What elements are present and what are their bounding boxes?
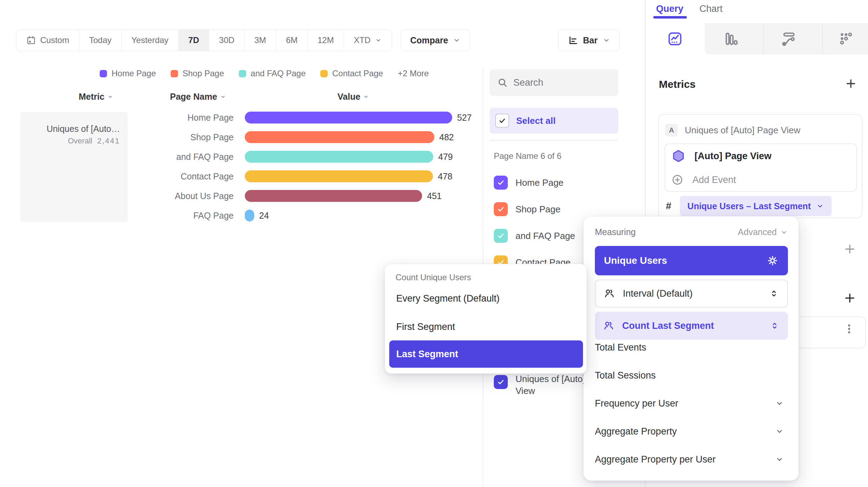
bar[interactable] xyxy=(245,151,433,163)
filter-item-home-page[interactable]: Home Page xyxy=(490,169,618,196)
checkbox-checked[interactable] xyxy=(494,176,508,190)
chart-type-tabs xyxy=(646,23,868,55)
bar[interactable] xyxy=(245,210,254,221)
date-range-yesterday[interactable]: Yesterday xyxy=(121,30,178,51)
measuring-option-frequency-per-user[interactable]: Frequency per User xyxy=(584,389,799,417)
bar[interactable] xyxy=(245,190,422,202)
segment-option-first-segment[interactable]: First Segment xyxy=(389,316,583,338)
checkbox-checked[interactable] xyxy=(494,229,508,243)
bar[interactable] xyxy=(245,170,433,182)
add-filter-button[interactable] xyxy=(844,243,856,256)
chevron-down-icon xyxy=(780,228,788,236)
measuring-option-aggregate-property[interactable]: Aggregate Property xyxy=(584,417,799,445)
measuring-header: Measuring Advanced xyxy=(595,227,788,237)
chart-type-tab-retention[interactable] xyxy=(825,23,867,55)
measuring-option-unique-users[interactable]: Unique Users xyxy=(595,246,788,275)
date-range-today[interactable]: Today xyxy=(79,30,121,51)
column-header-metric[interactable]: Metric xyxy=(79,92,113,102)
chevron-down-icon xyxy=(375,37,382,44)
checkbox-checked[interactable] xyxy=(494,375,508,389)
search-input[interactable] xyxy=(513,77,601,88)
interval-default-selector[interactable]: Interval (Default) xyxy=(595,280,788,308)
column-header-page-name[interactable]: Page Name xyxy=(170,92,226,102)
chart-row-shop-page: Shop Page482 xyxy=(0,127,483,147)
legend-item-shop-page[interactable]: Shop Page xyxy=(171,69,224,78)
category-label: About Us Page xyxy=(87,191,234,201)
chevron-down-icon xyxy=(775,427,784,436)
plus-icon xyxy=(844,292,856,304)
compare-button[interactable]: Compare xyxy=(401,29,470,51)
chevron-down-icon xyxy=(816,202,824,210)
date-range-xtd[interactable]: XTD xyxy=(344,30,392,51)
chart-type-tab-insights[interactable] xyxy=(654,23,696,55)
plus-icon xyxy=(844,243,856,255)
tab-query[interactable]: Query xyxy=(656,3,683,14)
bar-chart-icon xyxy=(568,35,578,45)
metric-card: A Uniques of [Auto] Page View [Auto] Pag… xyxy=(658,114,862,218)
add-metric-button[interactable] xyxy=(845,78,857,91)
segment-option-last-segment[interactable]: Last Segment xyxy=(389,340,583,368)
legend-item-and-faq-page[interactable]: and FAQ Page xyxy=(239,69,306,78)
date-range-custom[interactable]: Custom xyxy=(16,30,79,51)
measurement-dropdown[interactable]: Unique Users – Last Segment xyxy=(680,196,832,216)
add-event-button[interactable]: Add Event xyxy=(665,168,856,192)
chart-row-and-faq-page: and FAQ Page479 xyxy=(0,147,483,167)
legend-item-home-page[interactable]: Home Page xyxy=(100,69,156,78)
bar-value: 24 xyxy=(259,211,269,221)
legend-more[interactable]: +2 More xyxy=(398,69,429,78)
legend-swatch xyxy=(100,70,107,77)
category-label: Home Page xyxy=(87,113,234,123)
chart-style-label: Bar xyxy=(583,35,598,45)
tab-chart[interactable]: Chart xyxy=(699,3,723,14)
column-header-value[interactable]: Value xyxy=(337,92,369,102)
advanced-dropdown[interactable]: Advanced xyxy=(738,227,788,237)
chevron-down-icon xyxy=(453,36,461,44)
date-range-30d[interactable]: 30D xyxy=(209,30,244,51)
bar-value: 451 xyxy=(427,191,442,201)
more-options-button[interactable] xyxy=(843,323,855,336)
date-range-6m[interactable]: 6M xyxy=(276,30,307,51)
date-range-7d[interactable]: 7D xyxy=(178,30,209,51)
stepper-icon[interactable] xyxy=(770,321,780,331)
divider xyxy=(490,140,618,141)
add-breakdown-button[interactable] xyxy=(844,292,856,305)
checkmark-icon xyxy=(497,378,505,386)
measuring-popover: Measuring Advanced Unique Users Interval… xyxy=(583,216,799,481)
users-icon xyxy=(603,320,614,331)
chevron-down-icon xyxy=(603,36,610,44)
category-label: FAQ Page xyxy=(87,211,234,221)
category-label: Contact Page xyxy=(87,171,234,182)
chart-type-tab-flows[interactable] xyxy=(768,23,810,55)
search-input-wrapper[interactable] xyxy=(490,69,618,96)
stepper-icon[interactable] xyxy=(769,289,779,298)
tab-separator xyxy=(822,23,823,55)
chart-type-tab-funnels[interactable] xyxy=(710,23,752,55)
event-card: [Auto] Page View Add Event xyxy=(664,143,857,192)
event-hexagon-icon xyxy=(671,149,685,163)
hash-symbol: # xyxy=(666,200,671,212)
checkbox-checked[interactable] xyxy=(494,202,508,216)
measuring-option-total-sessions[interactable]: Total Sessions xyxy=(584,361,799,389)
chart-style-dropdown[interactable]: Bar xyxy=(558,29,620,51)
legend-swatch xyxy=(171,70,178,77)
category-label: and FAQ Page xyxy=(87,152,234,162)
date-range-12m[interactable]: 12M xyxy=(307,30,344,51)
measuring-option-aggregate-property-per-user[interactable]: Aggregate Property per User xyxy=(584,445,799,473)
chart-row-home-page: Home Page527 xyxy=(0,108,483,127)
legend-swatch xyxy=(320,70,328,77)
bar[interactable] xyxy=(245,131,434,143)
select-all-checkbox[interactable] xyxy=(495,114,509,128)
event-row-auto-page-view[interactable]: [Auto] Page View xyxy=(665,144,856,168)
select-all-row[interactable]: Select all xyxy=(490,108,618,134)
plus-circle-icon xyxy=(671,174,683,186)
legend-item-contact-page[interactable]: Contact Page xyxy=(320,69,383,78)
gear-icon[interactable] xyxy=(766,254,779,267)
measuring-option-total-events[interactable]: Total Events xyxy=(584,333,799,361)
date-range-3m[interactable]: 3M xyxy=(244,30,276,51)
bar[interactable] xyxy=(245,112,452,123)
plus-icon xyxy=(845,78,857,90)
compare-label: Compare xyxy=(410,35,448,45)
segment-option-every-segment-default[interactable]: Every Segment (Default) xyxy=(389,287,583,310)
date-range-toolbar: CustomTodayYesterday7D30D3M6M12MXTD xyxy=(16,29,392,51)
chevron-down-icon xyxy=(220,94,226,100)
